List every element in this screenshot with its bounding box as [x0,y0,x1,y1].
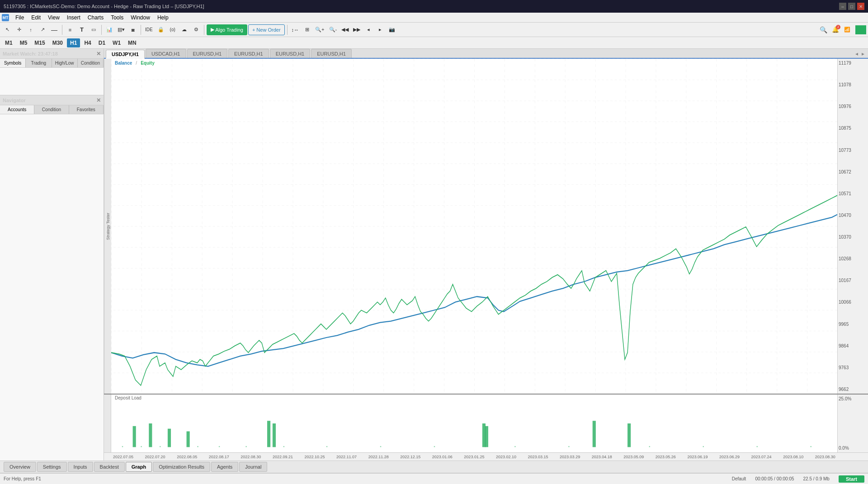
date-11: 2023.01.06 [432,455,453,459]
strat-tab-inputs[interactable]: Inputs [68,462,93,472]
tab-highlow[interactable]: High/Low [52,59,78,67]
chart-nav-left[interactable]: ◂ [854,50,860,58]
price-11179: 11179 [839,61,867,66]
svg-rect-14 [160,446,160,447]
status-bar: For Help, press F1 Default 00:00:05 / 00… [0,473,868,484]
chart-legend: Balance / Equity [115,61,155,66]
menu-edit[interactable]: Edit [28,14,44,22]
chart-scroll-right[interactable]: ▸ [375,24,386,35]
chart-tab-eurusd-1[interactable]: EURUSD,H1 [187,49,228,58]
zoom-out-chart[interactable]: 🔍- [327,24,339,35]
chart-tab-eurusd-2[interactable]: EURUSD,H1 [228,49,269,58]
chart-nav-right[interactable]: ▸ [860,50,866,58]
search-button[interactable]: 🔍 [818,24,829,35]
tab-condition[interactable]: Condition [78,59,104,67]
svg-rect-5 [187,431,190,447]
indicators-button[interactable]: ≡ [65,24,75,35]
status-memory: 22.5 / 0.9 Mb [803,476,830,481]
line-up-button[interactable]: ↑ [25,24,36,35]
menu-tools[interactable]: Tools [107,14,127,22]
cloud-button[interactable]: ☁ [179,24,190,35]
menu-charts[interactable]: Charts [84,14,107,22]
chart-tab-usdjpy[interactable]: USDJPY,H1 [106,50,145,59]
ide-button[interactable]: IDE [143,24,155,35]
hline-tool-button[interactable]: — [49,24,60,35]
strat-tab-optimization[interactable]: Optimization Results [153,462,210,472]
tf-d1[interactable]: D1 [95,38,108,47]
grid-button[interactable]: ⊞ [302,24,312,35]
menu-insert[interactable]: Insert [63,14,84,22]
tf-m30[interactable]: M30 [49,38,66,47]
strat-tab-backtest[interactable]: Backtest [94,462,125,472]
market-watch-panel: Market Watch: 23:47:18 ✕ Symbols Trading… [0,49,104,95]
close-button[interactable]: ✕ [857,3,864,10]
date-21: 2023.07.24 [751,455,772,459]
x-axis-spacer [104,453,111,461]
chart-type-button[interactable]: 📊 [104,24,115,35]
maximize-button[interactable]: □ [848,3,855,10]
tab-symbols[interactable]: Symbols [0,59,26,67]
strat-tab-agents[interactable]: Agents [211,462,238,472]
chart-tab-eurusd-3[interactable]: EURUSD,H1 [270,49,311,58]
arrow-tool-button[interactable]: ↗ [37,24,48,35]
text-tool-button[interactable]: T [76,24,87,35]
navigator-title: Navigator [3,98,26,103]
chart-scroll-left[interactable]: ◂ [363,24,374,35]
tf-m5[interactable]: M5 [17,38,31,47]
cursor-tool-button[interactable]: ↖ [2,24,13,35]
svg-rect-13 [141,446,142,447]
menu-file[interactable]: File [12,14,28,22]
svg-rect-26 [757,446,758,447]
strat-tab-graph[interactable]: Graph [126,462,152,472]
deposit-max: 25.0% [839,396,867,401]
zoom-out-button[interactable]: ↕↔ [290,24,301,35]
strat-tab-journal[interactable]: Journal [239,462,267,472]
nav-tab-condition[interactable]: Condition [34,105,69,114]
market-button[interactable]: ⚙ [191,24,202,35]
menu-window[interactable]: Window [127,14,154,22]
chart-tab-eurusd-4[interactable]: EURUSD,H1 [311,49,352,58]
strat-tab-overview[interactable]: Overview [4,462,36,472]
menu-view[interactable]: View [44,14,63,22]
radio-button[interactable]: (o) [167,24,178,35]
zoom-in-chart[interactable]: 🔍+ [313,24,326,35]
nav-tab-favorites[interactable]: Favorites [69,105,104,114]
tab-trading[interactable]: Trading [26,59,52,67]
crosshair-tool-button[interactable]: ✛ [14,24,24,35]
svg-rect-3 [149,423,152,447]
lock-button[interactable]: 🔒 [156,24,166,35]
color-indicator [855,25,866,34]
next-page-button[interactable]: ▶▶ [351,24,362,35]
new-order-button[interactable]: + New Order+ New Order [248,24,285,35]
tf-m1[interactable]: M1 [2,38,16,47]
chart-tab-usdcad[interactable]: USDCAD,H1 [146,49,186,58]
tf-m15[interactable]: M15 [31,38,48,47]
chart-style-dropdown[interactable]: ▤▾ [116,24,127,35]
tf-h4[interactable]: H4 [81,38,94,47]
price-10773: 10773 [839,148,867,153]
price-10167: 10167 [839,278,867,283]
algo-trading-button[interactable]: ▶ ▶ Algo TradingAlgo Trading [207,24,247,35]
nav-tab-accounts[interactable]: Accounts [0,105,34,114]
notifications-button[interactable]: 🔔2 [830,24,841,35]
color-scheme-button[interactable]: ◙ [127,24,138,35]
svg-rect-18 [283,446,284,447]
prev-page-button[interactable]: ◀◀ [340,24,350,35]
status-timer: 00:00:05 / 00:00:05 [755,476,794,481]
tf-h1[interactable]: H1 [67,38,80,47]
market-watch-close[interactable]: ✕ [96,51,101,57]
date-13: 2023.02.10 [496,455,516,459]
tf-w1[interactable]: W1 [109,38,124,47]
start-button[interactable]: Start [839,475,864,483]
svg-rect-11 [627,423,631,447]
main-chart-canvas[interactable]: Balance / Equity [111,59,837,394]
strat-tab-settings[interactable]: Settings [37,462,67,472]
signals-button[interactable]: 📶 [842,24,853,35]
tf-mn[interactable]: MN [125,38,140,47]
navigator-close[interactable]: ✕ [96,97,101,103]
minimize-button[interactable]: – [839,3,846,10]
price-9965: 9965 [839,322,867,327]
shape-tool-button[interactable]: ▭ [88,24,99,35]
menu-help[interactable]: Help [154,14,172,22]
screenshot-button[interactable]: 📷 [387,24,397,35]
